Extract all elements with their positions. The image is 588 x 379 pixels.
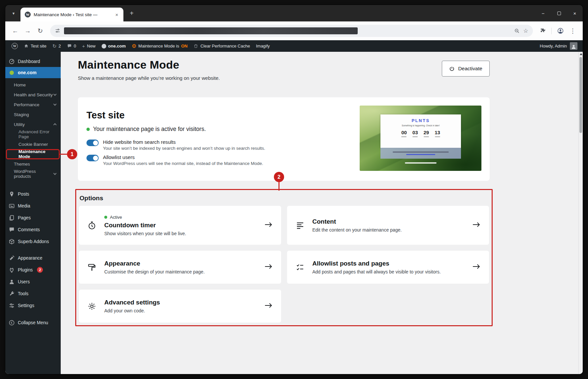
preview-link-line [406, 154, 435, 155]
annotation-connector-2 [278, 182, 279, 191]
sidebar-subitem-themes[interactable]: Themes [5, 159, 61, 169]
wordpress-favicon-icon: W [25, 12, 31, 17]
sidebar-subitem-home[interactable]: Home [5, 80, 61, 90]
page-title: Maintenance Mode [78, 58, 578, 71]
content-card[interactable]: Content Edit the content on your mainten… [287, 206, 489, 245]
sidebar-subitem-staging[interactable]: Staging [5, 110, 61, 119]
onecom-dot-icon [10, 71, 14, 75]
adminbar-account[interactable]: Howdy, Admin [540, 42, 579, 50]
wp-logo-menu[interactable]: W [9, 40, 21, 52]
sidebar-subitem-utility[interactable]: Utility [5, 119, 61, 129]
sidebar-subitem-cookie-banner[interactable]: Cookie Banner [5, 139, 61, 149]
allowlist-posts-pages-card[interactable]: Allowlist posts and pages Add posts and … [287, 251, 489, 284]
arrow-right-icon[interactable] [264, 264, 273, 271]
page-scrollbar[interactable] [578, 52, 583, 374]
plug-icon [9, 267, 15, 273]
adminbar-updates[interactable]: ↻ 2 [49, 40, 64, 52]
adminbar-clear-cache[interactable]: Clear Performance Cache [190, 40, 253, 52]
close-window-button[interactable]: × [567, 5, 583, 21]
sidebar-subitem-wordpress-products[interactable]: WordPress products [5, 169, 61, 179]
tab-title: Maintenance Mode ‹ Test site — [34, 12, 111, 17]
bookmark-star-icon[interactable]: ☆ [523, 27, 528, 34]
sidebar-item-dashboard[interactable]: Dashboard [5, 56, 61, 67]
allowlist-users-toggle[interactable] [86, 155, 99, 161]
scroll-up-arrow-icon[interactable] [580, 53, 582, 55]
sidebar-gap [5, 247, 61, 252]
green-status-dot-icon [86, 128, 90, 131]
sidebar-item-posts[interactable]: Posts [5, 188, 61, 200]
plugins-count-badge: 2 [37, 267, 43, 273]
sidebar-item-users[interactable]: Users [5, 276, 61, 288]
site-settings-icon[interactable] [55, 28, 60, 34]
sidebar-item-label: Posts [18, 192, 29, 197]
extensions-icon[interactable] [537, 25, 549, 37]
sidebar-item-collapse-menu[interactable]: Collapse Menu [5, 317, 61, 329]
adminbar-new[interactable]: + New [79, 40, 99, 52]
browser-tab[interactable]: W Maintenance Mode ‹ Test site — × [20, 8, 123, 21]
card-title: Advanced settings [104, 299, 256, 306]
scrollbar-thumb[interactable] [579, 57, 582, 133]
advanced-settings-card[interactable]: Advanced settings Add your own code. [79, 290, 281, 323]
card-status: Active [104, 215, 256, 220]
sidebar-item-media[interactable]: Media [5, 200, 61, 212]
preview-notice-band [380, 148, 461, 159]
deactivate-button[interactable]: Deactivate [442, 61, 490, 77]
tab-close-icon[interactable]: × [114, 12, 120, 17]
paintbrush-icon [9, 255, 15, 261]
toolbar-separator [551, 28, 552, 34]
minimize-button[interactable]: − [535, 5, 551, 21]
new-tab-button[interactable]: + [127, 8, 137, 18]
maximize-button[interactable] [551, 5, 567, 21]
card-description: Add posts and pages that will always be … [312, 269, 465, 274]
subitem-label: Utility [14, 122, 25, 127]
tab-search-button[interactable]: ▾ [9, 8, 18, 18]
reload-button[interactable]: ↻ [34, 25, 46, 37]
adminbar-site-name[interactable]: Test site [21, 40, 49, 52]
sidebar-item-comments[interactable]: Comments [5, 224, 61, 236]
arrow-right-icon[interactable] [264, 302, 273, 310]
arrow-right-icon[interactable] [472, 264, 480, 271]
card-title: Countdown timer [104, 222, 256, 229]
sidebar-item-onecom[interactable]: one.com [5, 67, 61, 78]
sidebar-item-settings[interactable]: Settings [5, 300, 61, 311]
browser-menu-icon[interactable]: ⋮ [567, 25, 579, 37]
maintenance-status-text: Maintenance Mode is [138, 44, 179, 48]
site-status-card: Test site Your maintenance page is activ… [78, 97, 490, 181]
sidebar-subitem-advanced-error-page[interactable]: Advanced Error Page [5, 129, 61, 139]
user-icon [9, 279, 15, 285]
card-title: Allowlist posts and pages [312, 260, 465, 267]
subitem-label: Staging [14, 112, 29, 117]
countdown-timer-card[interactable]: Active Countdown timer Show visitors whe… [79, 206, 281, 245]
arrow-right-icon[interactable] [264, 222, 273, 229]
zoom-icon[interactable] [514, 28, 520, 34]
tab-strip: ▾ W Maintenance Mode ‹ Test site — × + −… [5, 5, 583, 21]
main-content: Maintenance Mode Show a maintenance page… [61, 52, 578, 374]
subitem-label: Health and Security [14, 92, 53, 97]
pages-document-icon [9, 215, 15, 221]
hide-from-search-toggle[interactable] [86, 140, 99, 146]
sidebar-gap [5, 182, 61, 188]
sidebar-item-plugins[interactable]: Plugins 2 [5, 264, 61, 276]
sidebar-item-label: Superb Addons [18, 239, 49, 244]
arrow-right-icon[interactable] [472, 222, 480, 229]
sidebar-item-tools[interactable]: Tools [5, 288, 61, 300]
adminbar-onecom[interactable]: one.com [99, 40, 129, 52]
address-bar[interactable]: ☆ [50, 25, 533, 37]
sidebar-item-pages[interactable]: Pages [5, 212, 61, 224]
preview-copyright-line [405, 162, 437, 164]
profile-icon[interactable] [554, 25, 566, 37]
sidebar-subitem-performance[interactable]: Performance [5, 100, 61, 110]
back-button[interactable]: ← [9, 25, 21, 37]
sidebar-item-appearance[interactable]: Appearance [5, 252, 61, 264]
adminbar-maintenance-status[interactable]: ⚙ Maintenance Mode is ON [129, 40, 190, 52]
card-description: Customise the design of your maintenance… [104, 269, 256, 274]
sidebar-item-superb-addons[interactable]: Superb Addons [5, 236, 61, 247]
sidebar-subitem-health-and-security[interactable]: Health and Security [5, 90, 61, 100]
forward-button[interactable]: → [22, 25, 34, 37]
sidebar-item-label: Plugins [18, 268, 33, 272]
adminbar-comments[interactable]: 0 [64, 40, 79, 52]
appearance-card[interactable]: Appearance Customise the design of your … [79, 251, 281, 284]
toggle-label: Allowlist users [103, 154, 263, 160]
adminbar-imagify[interactable]: Imagify [253, 40, 273, 52]
home-icon [24, 44, 29, 48]
